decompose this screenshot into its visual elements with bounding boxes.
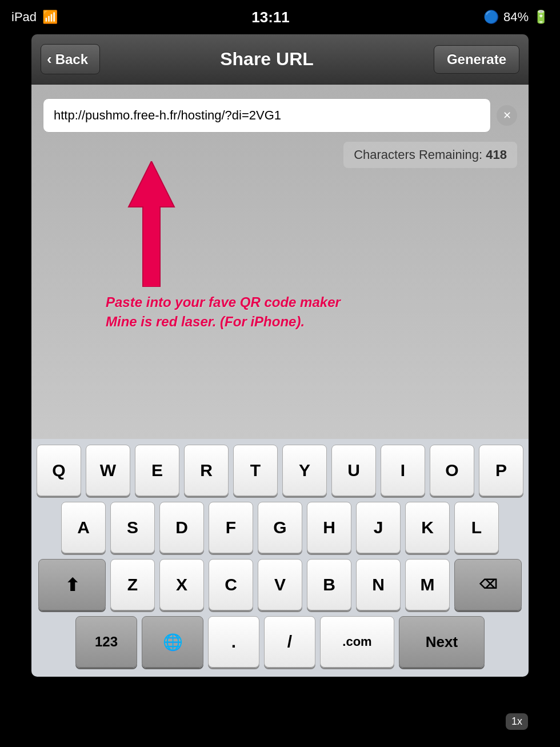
key-v[interactable]: V bbox=[258, 559, 302, 610]
content-inner: ✕ Characters Remaining: 418 Paste into y… bbox=[43, 98, 517, 179]
status-left: iPad 📶 bbox=[11, 10, 58, 25]
key-y[interactable]: Y bbox=[282, 445, 327, 496]
key-u[interactable]: U bbox=[331, 445, 376, 496]
delete-key[interactable]: ⌫ bbox=[454, 559, 522, 610]
arrow-annotation bbox=[117, 161, 186, 287]
battery-label: 84% bbox=[503, 10, 529, 25]
key-z[interactable]: Z bbox=[110, 559, 155, 610]
chars-label: Characters Remaining: bbox=[354, 147, 482, 162]
shift-key[interactable]: ⬆ bbox=[38, 559, 106, 610]
key-e[interactable]: E bbox=[135, 445, 179, 496]
bluetooth-icon: 🔵 bbox=[483, 10, 499, 25]
instruction-line1: Paste into your fave QR code maker bbox=[106, 293, 341, 312]
keyboard-area: Q W E R T Y U I O P A S D F G H J K L ⬆ … bbox=[31, 439, 529, 677]
key-i[interactable]: I bbox=[381, 445, 425, 496]
status-bar: iPad 📶 13:11 🔵 84% 🔋 bbox=[0, 0, 560, 34]
carrier-label: iPad bbox=[11, 10, 37, 25]
url-input-row: ✕ bbox=[43, 98, 517, 133]
time-label: 13:11 bbox=[251, 9, 290, 26]
page-title: Share URL bbox=[220, 49, 314, 70]
instruction-line2: Mine is red laser. (For iPhone). bbox=[106, 312, 341, 331]
status-right: 🔵 84% 🔋 bbox=[483, 10, 549, 25]
numeric-key[interactable]: 123 bbox=[75, 616, 137, 668]
keyboard-row-3: ⬆ Z X C V B N M ⌫ bbox=[35, 559, 525, 610]
wifi-icon: 📶 bbox=[42, 10, 58, 25]
back-button[interactable]: ‹ Back bbox=[41, 44, 100, 74]
chars-row: Characters Remaining: 418 bbox=[43, 142, 517, 179]
app-container: ‹ Back Share URL Generate ✕ Characters R… bbox=[31, 34, 529, 677]
instruction-text: Paste into your fave QR code maker Mine … bbox=[106, 293, 341, 331]
key-t[interactable]: T bbox=[233, 445, 278, 496]
back-label: Back bbox=[55, 51, 88, 67]
zoom-badge: 1x bbox=[506, 713, 528, 730]
url-input[interactable] bbox=[43, 98, 491, 133]
keyboard-row-1: Q W E R T Y U I O P bbox=[35, 445, 525, 496]
key-n[interactable]: N bbox=[356, 559, 401, 610]
key-q[interactable]: Q bbox=[37, 445, 81, 496]
key-o[interactable]: O bbox=[430, 445, 474, 496]
chars-count: 418 bbox=[486, 147, 507, 162]
slash-key[interactable]: / bbox=[264, 616, 315, 668]
key-c[interactable]: C bbox=[209, 559, 253, 610]
key-w[interactable]: W bbox=[86, 445, 130, 496]
key-f[interactable]: F bbox=[209, 502, 253, 553]
generate-button[interactable]: Generate bbox=[434, 45, 519, 74]
battery-icon: 🔋 bbox=[533, 10, 549, 25]
period-key[interactable]: . bbox=[208, 616, 259, 668]
dotcom-key[interactable]: .com bbox=[320, 616, 394, 668]
key-p[interactable]: P bbox=[479, 445, 523, 496]
next-key[interactable]: Next bbox=[399, 616, 485, 668]
content-area: ✕ Characters Remaining: 418 Paste into y… bbox=[31, 85, 529, 439]
key-k[interactable]: K bbox=[405, 502, 450, 553]
key-m[interactable]: M bbox=[405, 559, 450, 610]
key-s[interactable]: S bbox=[110, 502, 155, 553]
chars-remaining: Characters Remaining: 418 bbox=[343, 142, 517, 168]
svg-marker-0 bbox=[129, 161, 174, 287]
nav-bar: ‹ Back Share URL Generate bbox=[31, 34, 529, 85]
back-chevron-icon: ‹ bbox=[47, 50, 52, 68]
key-x[interactable]: X bbox=[159, 559, 204, 610]
key-d[interactable]: D bbox=[159, 502, 204, 553]
url-clear-button[interactable]: ✕ bbox=[497, 105, 517, 126]
key-g[interactable]: G bbox=[258, 502, 302, 553]
key-b[interactable]: B bbox=[307, 559, 351, 610]
globe-key[interactable]: 🌐 bbox=[142, 616, 203, 668]
keyboard-row-bottom: 123 🌐 . / .com Next bbox=[35, 616, 525, 668]
key-r[interactable]: R bbox=[184, 445, 229, 496]
key-l[interactable]: L bbox=[454, 502, 499, 553]
key-a[interactable]: A bbox=[61, 502, 106, 553]
keyboard-row-2: A S D F G H J K L bbox=[35, 502, 525, 553]
key-j[interactable]: J bbox=[356, 502, 401, 553]
key-h[interactable]: H bbox=[307, 502, 351, 553]
